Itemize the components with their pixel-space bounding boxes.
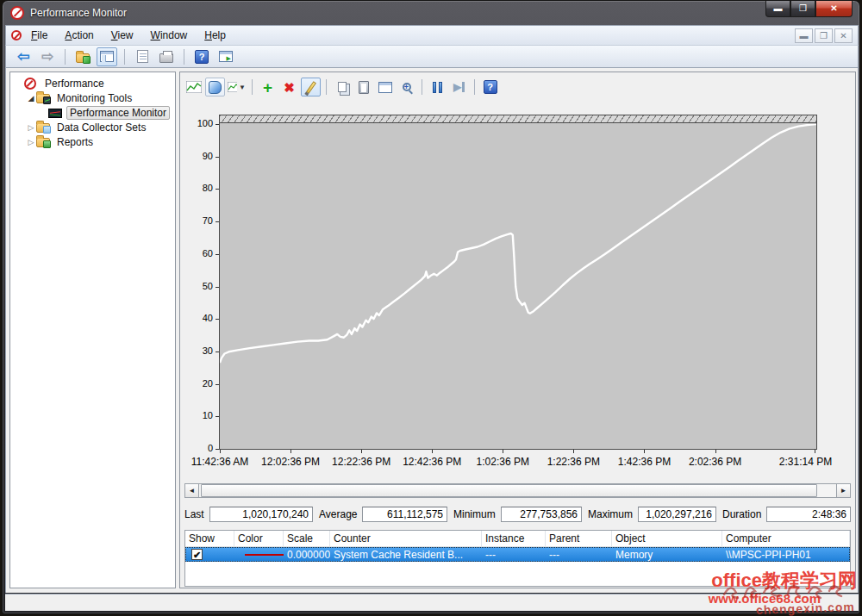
show-checkbox[interactable]: ✔	[191, 549, 203, 560]
y-tick-mark	[216, 287, 219, 288]
paste-counter-list-button[interactable]	[353, 78, 373, 96]
perfmon-app-icon	[10, 6, 24, 20]
highlight-button[interactable]	[301, 78, 321, 96]
x-tick-label: 12:22:36 PM	[332, 456, 390, 468]
menu-help[interactable]: Help	[197, 28, 234, 43]
add-counter-button[interactable]: +	[258, 78, 278, 96]
sidebar-item-performance-monitor[interactable]: Performance Monitor	[10, 105, 175, 120]
toolbar-separator	[65, 49, 66, 65]
help-button[interactable]: ?	[191, 47, 212, 66]
x-tick-label: 1:42:36 PM	[618, 456, 671, 468]
chart-plot-area[interactable]	[219, 115, 817, 450]
column-header-scale[interactable]: Scale	[284, 531, 330, 546]
counter-cell: System Cache Resident B...	[330, 549, 482, 561]
sidebar-item-reports[interactable]: ▷Reports	[10, 134, 175, 149]
chart-properties-icon	[378, 82, 392, 93]
change-graph-type-button[interactable]: ▼	[227, 78, 247, 96]
toolbar-separator	[252, 79, 253, 95]
y-tick-label: 90	[180, 151, 213, 161]
counter-color-swatch	[245, 554, 284, 556]
x-tick-label: 1:22:36 PM	[547, 456, 600, 468]
column-header-counter[interactable]: Counter	[330, 531, 482, 546]
maximize-button[interactable]: ❐	[790, 1, 815, 17]
chart-help-button[interactable]: ?	[480, 78, 500, 96]
y-tick-mark	[216, 449, 219, 450]
console-tree-pane: Performance◢Monitoring ToolsPerformance …	[9, 72, 176, 588]
show-hide-console-tree-button[interactable]	[97, 47, 117, 66]
perf-chart-icon	[48, 106, 63, 120]
tree-item-label: Data Collector Sets	[54, 121, 148, 134]
menu-items: FileActionViewWindowHelp	[22, 28, 234, 43]
y-tick-label: 10	[180, 410, 213, 420]
scrollbar-thumb[interactable]	[201, 484, 817, 497]
sidebar-item-data-collector-sets[interactable]: ▷Data Collector Sets	[10, 120, 175, 134]
scroll-left-arrow[interactable]: ◄	[185, 484, 199, 497]
scroll-right-arrow[interactable]: ►	[836, 484, 850, 497]
tree-item-label: Reports	[54, 135, 96, 149]
highlighter-icon	[306, 81, 316, 94]
freeze-display-button[interactable]	[428, 78, 447, 96]
column-header-color[interactable]: Color	[234, 531, 284, 546]
paste-icon	[359, 81, 369, 94]
back-button[interactable]: ⇦	[13, 47, 34, 66]
menu-bar: FileActionViewWindowHelp ▬ ❐ ✕	[5, 25, 859, 45]
forward-button[interactable]: ⇨	[37, 47, 58, 66]
menu-view[interactable]: View	[103, 28, 141, 43]
x-tick-mark	[220, 450, 221, 453]
x-tick-label: 12:42:36 PM	[403, 456, 461, 468]
y-tick-mark	[216, 352, 219, 352]
minimize-button[interactable]: ▬	[765, 1, 790, 17]
screenshot-stage: Performance Monitor ▬ ❐ ✕ FileActionView…	[0, 0, 862, 616]
mdi-restore-button[interactable]: ❐	[815, 28, 833, 43]
export-button[interactable]	[72, 47, 93, 66]
mdi-close-button[interactable]: ✕	[834, 28, 853, 43]
x-tick-mark	[715, 450, 716, 453]
perfmon-icon	[24, 77, 39, 90]
close-button[interactable]: ✕	[815, 1, 853, 17]
mdi-minimize-button[interactable]: ▬	[795, 28, 813, 43]
show-hide-action-pane-button[interactable]	[216, 47, 236, 66]
column-header-show[interactable]: Show	[185, 531, 234, 546]
help-icon: ?	[484, 80, 497, 94]
menu-action[interactable]: Action	[57, 28, 101, 43]
menu-window[interactable]: Window	[143, 28, 196, 43]
y-tick-label: 0	[180, 443, 213, 453]
dropdown-arrow-icon: ▼	[239, 84, 246, 91]
copy-properties-button[interactable]	[332, 78, 352, 96]
folder-report-icon	[36, 135, 51, 149]
menu-file[interactable]: File	[23, 28, 55, 43]
stat-value: 611,112,575	[362, 507, 447, 522]
folder-cube-icon	[36, 121, 51, 134]
tree-expander-icon[interactable]: ◢	[26, 94, 36, 103]
zoom-button[interactable]: +	[397, 78, 416, 96]
y-tick-mark	[216, 416, 219, 417]
column-header-object[interactable]: Object	[612, 531, 722, 546]
column-header-instance[interactable]: Instance	[482, 531, 546, 546]
column-header-parent[interactable]: Parent	[546, 531, 612, 546]
column-header-computer[interactable]: Computer	[722, 531, 850, 546]
update-data-button[interactable]: ▶	[449, 78, 469, 96]
view-current-activity-button[interactable]	[184, 78, 203, 96]
toolbar-separator	[422, 79, 422, 95]
tree-expander-icon[interactable]: ▷	[26, 123, 36, 132]
x-tick-mark	[432, 450, 433, 453]
show-cell: ✔	[185, 549, 234, 560]
properties-button[interactable]	[132, 47, 153, 66]
performance-monitor-window: Performance Monitor ▬ ❐ ✕ FileActionView…	[2, 0, 860, 614]
print-button[interactable]	[156, 47, 177, 66]
chart-properties-button[interactable]	[375, 78, 395, 96]
chart-toolbar: ▼ + ✖ + ▶ ?	[184, 77, 500, 97]
legend-counter-row[interactable]: ✔0.0000001System Cache Resident B...----…	[185, 547, 850, 562]
sidebar-item-performance[interactable]: Performance	[10, 76, 175, 90]
x-tick-mark	[573, 450, 574, 453]
tree-expander-icon[interactable]: ▷	[26, 138, 36, 146]
stat-value: 1,020,297,216	[638, 507, 716, 522]
title-bar[interactable]: Performance Monitor ▬ ❐ ✕	[3, 1, 859, 25]
view-log-data-button[interactable]	[205, 78, 225, 96]
x-tick-label: 11:42:36 AM	[191, 456, 249, 468]
delete-counter-button[interactable]: ✖	[279, 78, 299, 96]
horizontal-scrollbar[interactable]: ◄ ►	[184, 483, 851, 498]
sidebar-item-monitoring-tools[interactable]: ◢Monitoring Tools	[10, 90, 175, 105]
x-tick-mark	[815, 450, 815, 453]
x-tick-label: 2:31:14 PM	[779, 456, 832, 468]
